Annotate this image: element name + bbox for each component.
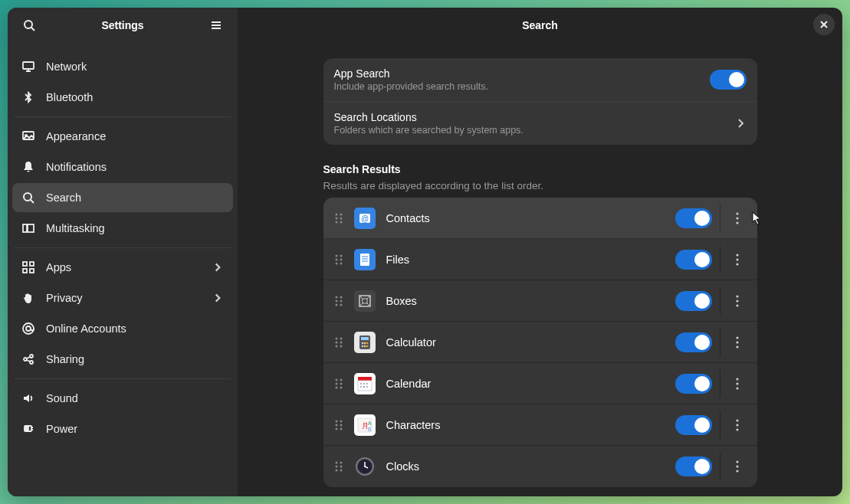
svg-point-100 (360, 383, 362, 385)
sidebar-item-power[interactable]: Power (12, 414, 233, 443)
result-toggle-calculator[interactable] (675, 332, 712, 352)
sidebar-item-sound[interactable]: Sound (12, 384, 233, 413)
result-row-characters: 月AбCharacters (323, 404, 757, 446)
svg-point-61 (335, 303, 337, 306)
drag-handle-icon[interactable] (334, 378, 346, 390)
svg-point-96 (340, 386, 342, 388)
multitask-icon (21, 221, 35, 235)
svg-point-60 (340, 299, 342, 302)
power-icon (21, 422, 35, 436)
close-button[interactable] (813, 14, 835, 35)
svg-point-93 (335, 382, 337, 385)
result-more-button[interactable] (728, 246, 747, 273)
svg-point-120 (736, 419, 738, 421)
search-results-title: Search Results (323, 163, 757, 175)
result-more-button[interactable] (728, 411, 747, 439)
drag-handle-icon[interactable] (334, 295, 346, 307)
sidebar-separator (14, 247, 231, 248)
svg-point-107 (736, 382, 738, 385)
drag-handle-icon[interactable] (334, 419, 346, 431)
bluetooth-icon (21, 90, 35, 104)
sidebar-item-label: Power (46, 423, 224, 435)
result-more-button[interactable] (728, 370, 747, 398)
svg-point-48 (340, 262, 342, 264)
result-label: Contacts (386, 212, 675, 224)
sidebar-separator (14, 116, 231, 117)
result-toggle-clocks[interactable] (675, 457, 712, 476)
sidebar-item-bluetooth[interactable]: Bluetooth (12, 83, 233, 112)
svg-point-21 (30, 355, 33, 358)
app-search-toggle[interactable] (710, 70, 747, 90)
svg-point-89 (736, 341, 738, 343)
svg-point-124 (340, 462, 342, 464)
svg-rect-63 (354, 290, 376, 312)
result-toggle-calendar[interactable] (675, 374, 712, 394)
svg-point-128 (340, 470, 342, 472)
app-search-row: App Search Include app-provided search r… (323, 58, 757, 102)
drag-handle-icon[interactable] (334, 336, 346, 349)
svg-point-44 (340, 254, 342, 257)
svg-point-109 (335, 420, 337, 422)
svg-line-1 (31, 28, 34, 31)
separator (720, 370, 720, 398)
result-toggle-boxes[interactable] (675, 291, 712, 311)
sidebar-item-online[interactable]: Online Accounts (12, 314, 233, 343)
result-more-button[interactable] (728, 329, 747, 356)
result-label: Calendar (386, 378, 675, 390)
result-toggle-files[interactable] (675, 250, 712, 270)
svg-rect-16 (23, 269, 27, 273)
result-toggle-contacts[interactable] (675, 208, 712, 228)
sidebar-search-button[interactable] (17, 13, 41, 38)
svg-point-92 (340, 378, 342, 381)
svg-point-110 (340, 420, 342, 422)
sidebar-item-sharing[interactable]: Sharing (12, 345, 233, 374)
svg-point-86 (363, 345, 366, 347)
svg-point-95 (335, 386, 337, 388)
svg-point-111 (335, 424, 337, 426)
result-more-button[interactable] (728, 205, 747, 232)
svg-point-123 (335, 462, 337, 464)
sidebar-item-privacy[interactable]: Privacy (12, 283, 233, 313)
result-toggle-characters[interactable] (675, 415, 712, 435)
separator (720, 411, 720, 439)
sidebar-item-multitasking[interactable]: Multitasking (12, 214, 233, 243)
svg-point-121 (736, 424, 738, 426)
hamburger-button[interactable] (204, 13, 228, 38)
boxes-app-icon (354, 290, 376, 312)
search-locations-text: Search Locations Folders which are searc… (334, 111, 734, 136)
svg-point-134 (736, 460, 738, 463)
hamburger-icon (210, 19, 222, 31)
svg-rect-5 (23, 62, 34, 69)
sidebar-item-search[interactable]: Search (12, 183, 233, 212)
sidebar-item-appearance[interactable]: Appearance (12, 122, 233, 151)
svg-point-114 (340, 427, 342, 430)
svg-point-34 (340, 217, 342, 219)
drag-handle-icon[interactable] (334, 254, 346, 266)
svg-point-70 (736, 295, 738, 297)
drag-handle-icon[interactable] (334, 212, 346, 224)
sidebar-header: Settings (8, 8, 238, 43)
search-locations-subtitle: Folders which are searched by system app… (334, 125, 734, 136)
svg-point-127 (335, 470, 337, 472)
svg-line-11 (31, 200, 34, 203)
app-search-subtitle: Include app-provided search results. (334, 81, 710, 92)
sidebar-item-network[interactable]: Network (12, 52, 233, 81)
svg-point-91 (335, 378, 337, 381)
sidebar-item-apps[interactable]: Apps (12, 253, 233, 282)
sidebar-item-notifications[interactable]: Notifications (12, 152, 233, 182)
svg-point-19 (26, 326, 31, 331)
result-more-button[interactable] (728, 453, 747, 480)
separator (720, 246, 720, 273)
result-more-button[interactable] (728, 287, 747, 315)
search-locations-row[interactable]: Search Locations Folders which are searc… (323, 102, 757, 145)
sidebar-separator (14, 378, 231, 379)
svg-text:б: б (368, 427, 371, 432)
svg-point-45 (335, 258, 337, 260)
drag-handle-icon[interactable] (334, 460, 346, 473)
result-label: Clocks (386, 460, 675, 473)
sidebar-item-label: Privacy (46, 292, 201, 304)
svg-point-42 (736, 221, 738, 224)
svg-point-55 (736, 258, 738, 260)
contacts-app-icon: @ (354, 208, 376, 229)
svg-rect-99 (358, 381, 372, 391)
